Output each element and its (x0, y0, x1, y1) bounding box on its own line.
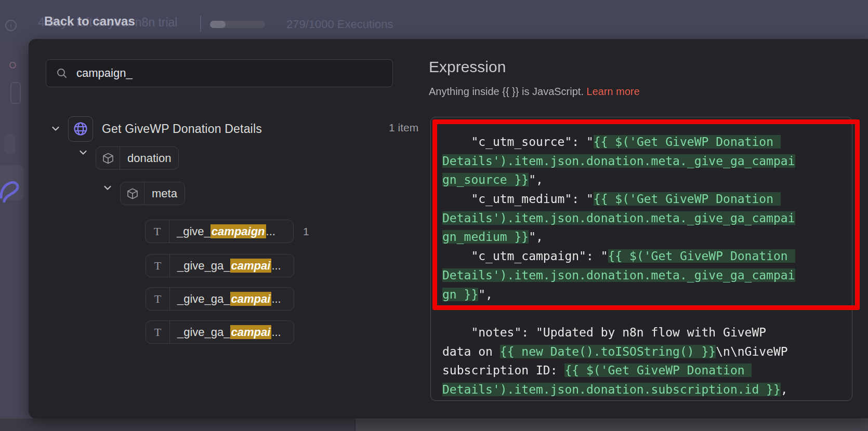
code-line (442, 304, 847, 323)
chevron-down-icon[interactable] (77, 147, 89, 158)
field-label: _give_ga_campai... (170, 259, 288, 273)
code-line: Details').item.json.donation.meta._give_… (442, 209, 847, 228)
tree-field-row[interactable]: T _give_ga_campai... (146, 287, 304, 311)
expression-help-text: Anything inside {{ }} is JavaScript. Lea… (429, 86, 640, 98)
field-label: _give_campaign... (169, 225, 283, 238)
expression-editor-modal: Get GiveWP Donation Details 1 item donat… (29, 39, 868, 419)
expression-highlight: Details').item.json.donation.meta._give_… (442, 211, 795, 225)
globe-icon (68, 116, 93, 142)
search-input[interactable] (76, 66, 367, 80)
canvas-node-partial (10, 82, 21, 104)
cube-icon (121, 182, 144, 205)
executions-count-text: 279/1000 Executions (286, 18, 393, 31)
tree-field-pill[interactable]: T _give_ga_campai... (146, 254, 294, 277)
search-match-highlight: campai (230, 259, 272, 273)
code-line: "c_utm_campaign": "{{ $('Get GiveWP Dona… (442, 247, 847, 266)
canvas-bottom-strip (0, 419, 868, 431)
expression-highlight: {{ $('Get GiveWP Donation (594, 192, 781, 206)
text-type-icon: T (146, 254, 170, 277)
code-line: gn_medium }}", (442, 227, 847, 247)
folder-label: meta (144, 187, 185, 200)
executions-progress-fill (210, 21, 226, 28)
expression-code-editor[interactable]: "c_utm_source": "{{ $('Get GiveWP Donati… (430, 117, 852, 401)
tree-field-pill[interactable]: T _give_campaign... (145, 220, 294, 243)
expression-highlight: {{ $('Get GiveWP Donation (608, 249, 795, 263)
expression-highlight: gn_medium }} (442, 230, 529, 244)
search-match-highlight: campai (230, 292, 272, 306)
code-line: Details').item.json.donation.meta._give_… (442, 152, 847, 171)
tree-field-row[interactable]: T _give_campaign... 1 (145, 220, 309, 243)
learn-more-link[interactable]: Learn more (587, 86, 640, 97)
expression-highlight: Details').item.json.donation.meta._give_… (442, 154, 795, 168)
code-line: data on {{ new Date().toISOString() }}\n… (442, 342, 847, 361)
executions-progress-bar (210, 21, 265, 28)
code-line: Details').item.json.donation.meta._give_… (442, 266, 847, 285)
folder-label: donation (120, 152, 178, 165)
chevron-down-icon[interactable] (50, 123, 61, 134)
code-line: subscription ID: {{ $('Get GiveWP Donati… (442, 361, 847, 380)
tree-field-pill[interactable]: T _give_ga_campai... (146, 320, 294, 344)
tree-folder-pill[interactable]: meta (120, 182, 185, 205)
search-match-highlight: campai (230, 325, 272, 339)
expression-highlight: {{ new Date().toISOString() }} (500, 345, 716, 358)
code-line: "c_utm_source": "{{ $('Get GiveWP Donati… (442, 132, 847, 152)
code-content: "c_utm_source": "{{ $('Get GiveWP Donati… (431, 117, 852, 401)
chevron-down-icon[interactable] (102, 182, 113, 194)
canvas-node-partial (4, 134, 16, 154)
variable-search-box[interactable] (46, 59, 393, 87)
code-line: Details').item.json.donation.subscriptio… (442, 380, 847, 399)
item-count-badge: 1 item (389, 122, 418, 134)
code-line: gn }}", (442, 285, 847, 304)
expression-highlight: {{ $('Get GiveWP Donation (564, 363, 752, 377)
expression-highlight: gn }} (442, 288, 478, 301)
expression-panel-title: Expression (429, 58, 506, 76)
tree-field-pill[interactable]: T _give_ga_campai... (146, 287, 294, 311)
topbar-divider (200, 16, 201, 32)
field-label: _give_ga_campai... (170, 326, 288, 339)
code-line: "c_utm_medium": "{{ $('Get GiveWP Donati… (442, 190, 847, 209)
tree-field-row[interactable]: T _give_ga_campai... (146, 254, 304, 277)
expression-highlight: {{ $('Get GiveWP Donation (594, 135, 781, 149)
search-icon (56, 67, 68, 79)
field-value: 1 (303, 225, 309, 238)
canvas-connection-curve (0, 171, 21, 203)
search-match-highlight: campaign (211, 224, 266, 238)
text-type-icon: T (146, 321, 170, 343)
field-label: _give_ga_campai... (170, 292, 288, 306)
back-to-canvas-button[interactable]: Back to canvas (44, 14, 135, 29)
text-type-icon: T (146, 220, 169, 243)
top-bar: i 4 days left in your n8n trial Back to … (0, 0, 868, 40)
canvas-bottom-panel-edge (354, 419, 868, 431)
code-line: gn_source }}", (442, 170, 847, 190)
tree-field-row[interactable]: T _give_ga_campai... (146, 320, 304, 344)
code-line: "notes": "Updated by n8n flow with GiveW… (442, 323, 847, 342)
text-type-icon: T (146, 288, 170, 310)
canvas-connector-dot (9, 62, 16, 69)
tree-folder-pill[interactable]: donation (96, 146, 179, 170)
expression-highlight: Details').item.json.donation.subscriptio… (442, 383, 781, 396)
expression-highlight: Details').item.json.donation.meta._give_… (442, 268, 795, 282)
cube-icon (96, 147, 120, 169)
expression-highlight: gn_source }} (442, 173, 529, 186)
code-line: Donation ID: {{ $('Get GiveWP Donation (442, 399, 847, 401)
tree-node-row[interactable]: Get GiveWP Donation Details 1 item (50, 116, 424, 142)
info-icon: i (5, 20, 17, 31)
node-title: Get GiveWP Donation Details (102, 122, 262, 136)
